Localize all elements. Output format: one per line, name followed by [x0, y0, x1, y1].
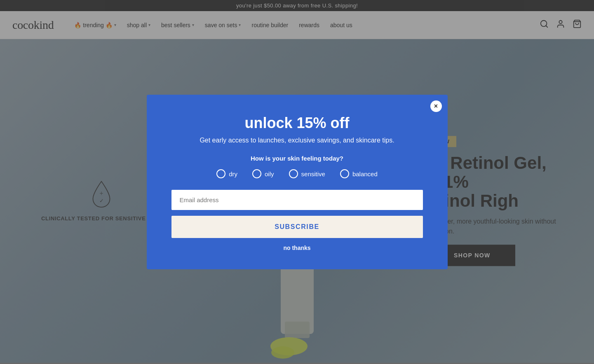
modal-title: unlock 15% off: [244, 114, 349, 132]
radio-oily[interactable]: [252, 169, 261, 178]
skin-option-sensitive[interactable]: sensitive: [289, 169, 325, 178]
skin-option-balanced[interactable]: balanced: [340, 169, 378, 178]
modal-question: How is your skin feeling today?: [251, 155, 343, 162]
radio-balanced[interactable]: [340, 169, 349, 178]
skin-label-balanced: balanced: [352, 170, 378, 177]
no-thanks-link[interactable]: no thanks: [283, 245, 310, 251]
subscribe-button[interactable]: SUBSCRIBE: [171, 216, 423, 238]
skin-options: dry oily sensitive balanced: [216, 169, 378, 178]
modal-close-button[interactable]: ×: [430, 100, 442, 112]
modal-overlay: × unlock 15% off Get early access to lau…: [0, 0, 594, 364]
skin-option-dry[interactable]: dry: [216, 169, 237, 178]
email-input[interactable]: [171, 190, 423, 210]
skin-label-oily: oily: [265, 170, 274, 177]
modal: × unlock 15% off Get early access to lau…: [147, 95, 448, 269]
radio-sensitive[interactable]: [289, 169, 298, 178]
skin-label-dry: dry: [229, 170, 237, 177]
skin-option-oily[interactable]: oily: [252, 169, 274, 178]
modal-subtitle: Get early access to launches, exclusive …: [200, 136, 394, 145]
radio-dry[interactable]: [216, 169, 225, 178]
skin-label-sensitive: sensitive: [301, 170, 325, 177]
